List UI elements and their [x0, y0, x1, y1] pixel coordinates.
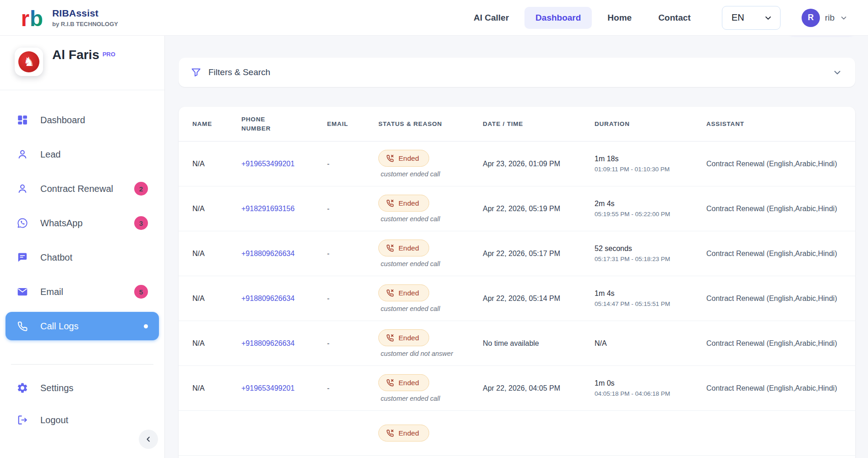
sidebar-item[interactable]: Call Logs — [5, 312, 159, 340]
phone-link[interactable]: +918291693156 — [241, 205, 295, 213]
phone-x-icon — [386, 154, 394, 163]
phone-x-icon — [386, 244, 394, 252]
sidebar-footer-label: Logout — [40, 415, 68, 425]
phone-x-icon — [386, 199, 394, 207]
phone-link[interactable]: +918809626634 — [241, 250, 295, 257]
cell-status: Ended customer ended call — [378, 195, 483, 223]
sidebar-item[interactable]: Dashboard — [5, 106, 159, 134]
phone-link[interactable]: +918809626634 — [241, 339, 295, 347]
nav-item[interactable]: Contact — [647, 7, 702, 29]
column-header: DURATION — [595, 120, 706, 129]
cell-name: N/A — [192, 294, 241, 303]
brand[interactable]: r b RIBAssist by R.I.B TECHNOLOGY — [20, 5, 118, 31]
sidebar-footer-item[interactable]: Settings — [5, 376, 159, 399]
cell-assistant: Contract Renewal (English,Arabic,Hindi) — [706, 160, 855, 168]
horse-logo-icon: ♞ — [18, 51, 39, 72]
cell-status: Ended customer did not answer — [378, 329, 483, 357]
cell-phone: +918809626634 — [241, 294, 327, 303]
language-select[interactable]: EN — [722, 6, 781, 30]
column-header: NAME — [192, 120, 241, 129]
user-name: rib — [825, 13, 835, 23]
status-badge: Ended — [378, 425, 429, 442]
status-badge: Ended — [378, 374, 429, 391]
cell-name: N/A — [192, 384, 241, 393]
phone-x-icon — [386, 289, 394, 297]
cell-assistant: Contract Renewal (English,Arabic,Hindi) — [706, 205, 855, 213]
cell-status: Ended — [378, 425, 483, 442]
sidebar-footer-item[interactable]: Logout — [5, 409, 159, 431]
cell-status: Ended customer ended call — [378, 374, 483, 402]
nav-item[interactable]: AI Caller — [463, 7, 520, 29]
nav-item[interactable]: Dashboard — [524, 7, 592, 29]
sidebar-collapse-button[interactable] — [139, 430, 158, 449]
status-reason: customer ended call — [378, 395, 440, 402]
column-header: EMAIL — [327, 120, 378, 129]
user-menu[interactable]: R rib — [802, 9, 848, 27]
filters-label: Filters & Search — [208, 67, 270, 77]
cell-datetime: Apr 22, 2026, 05:17 PM — [483, 250, 595, 258]
cell-phone: +919653499201 — [241, 384, 327, 393]
status-badge: Ended — [378, 240, 429, 256]
sidebar-item[interactable]: Email 5 — [5, 278, 159, 306]
phone-link[interactable]: +919653499201 — [241, 160, 295, 168]
avatar: R — [802, 9, 820, 27]
chat-icon — [16, 251, 28, 263]
cell-phone: +919653499201 — [241, 160, 327, 168]
cell-email: - — [327, 384, 378, 393]
call-logs-table: NAME PHONE NUMBER EMAIL STATUS & REASON … — [179, 107, 855, 458]
person-icon — [16, 148, 28, 160]
workspace-plan-badge: PRO — [103, 51, 115, 58]
cell-status: Ended customer ended call — [378, 284, 483, 312]
table-row: N/A +919653499201 - Ended customer ended… — [179, 366, 855, 411]
phone-link[interactable]: +918809626634 — [241, 294, 295, 302]
sidebar: ♞ Al FarisPRO Dashboard Lead Contra — [0, 36, 165, 458]
sidebar-item-label: Chatbot — [40, 252, 72, 263]
gear-icon — [16, 382, 28, 394]
column-header: ASSISTANT — [706, 120, 855, 129]
sidebar-item[interactable]: Contract Renewal 2 — [5, 174, 159, 203]
sidebar-footer: Settings Logout — [0, 376, 164, 431]
active-dot — [144, 324, 148, 328]
sidebar-menu: Dashboard Lead Contract Renewal 2 Whats — [0, 90, 164, 340]
table-row: N/A +918809626634 - Ended customer did n… — [179, 321, 855, 366]
cell-datetime: No time available — [483, 339, 595, 348]
cell-email: - — [327, 205, 378, 213]
cell-duration: 1m 18s 01:09:11 PM - 01:10:30 PM — [595, 155, 706, 173]
cell-assistant: Contract Renewal (English,Arabic,Hindi) — [706, 250, 855, 258]
nav-item[interactable]: Home — [596, 7, 643, 29]
phone-icon — [16, 320, 28, 332]
workspace-header: ♞ Al FarisPRO — [0, 36, 164, 90]
cell-email: - — [327, 294, 378, 303]
chevron-down-icon — [764, 13, 773, 22]
svg-text:r: r — [21, 6, 29, 30]
table-row: N/A +918291693156 - Ended customer ended… — [179, 186, 855, 231]
sidebar-item[interactable]: Lead — [5, 140, 159, 169]
chevron-down-icon — [832, 67, 842, 77]
cell-duration: 52 seconds 05:17:31 PM - 05:18:23 PM — [595, 245, 706, 262]
cell-status: Ended customer ended call — [378, 240, 483, 267]
sidebar-item-label: Dashboard — [40, 115, 85, 125]
sidebar-item[interactable]: WhatsApp 3 — [5, 209, 159, 237]
status-badge: Ended — [378, 150, 429, 167]
status-reason: customer did not answer — [378, 350, 453, 357]
cell-name: N/A — [192, 339, 241, 348]
phone-link[interactable]: +919653499201 — [241, 384, 295, 392]
count-badge: 3 — [134, 216, 148, 230]
logout-icon — [16, 414, 28, 426]
sidebar-item[interactable]: Chatbot — [5, 243, 159, 272]
filters-search-panel[interactable]: Filters & Search — [179, 58, 855, 87]
chevron-left-icon — [144, 435, 153, 443]
cell-duration: 1m 4s 05:14:47 PM - 05:15:51 PM — [595, 289, 706, 307]
column-header: STATUS & REASON — [378, 120, 483, 129]
workspace-logo: ♞ — [15, 48, 43, 76]
cell-phone: +918809626634 — [241, 339, 327, 348]
sidebar-footer-label: Settings — [40, 383, 73, 393]
cell-datetime: Apr 22, 2026, 05:19 PM — [483, 205, 595, 213]
filter-icon — [191, 67, 202, 78]
phone-x-icon — [386, 378, 394, 387]
cell-duration: 2m 4s 05:19:55 PM - 05:22:00 PM — [595, 200, 706, 218]
column-header: DATE / TIME — [483, 120, 595, 129]
cell-assistant: Contract Renewal (English,Arabic,Hindi) — [706, 339, 855, 348]
cell-status: Ended customer ended call — [378, 150, 483, 178]
cell-phone: +918291693156 — [241, 205, 327, 213]
